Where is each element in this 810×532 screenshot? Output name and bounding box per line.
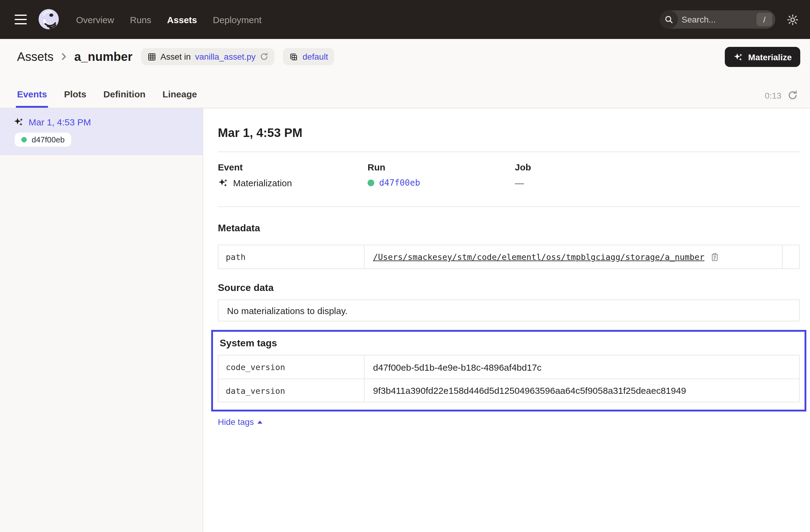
group-badge: default [283, 48, 334, 65]
refresh-icon[interactable] [788, 90, 798, 100]
dagster-logo[interactable] [37, 8, 60, 31]
nav-item-runs[interactable]: Runs [130, 14, 151, 25]
table-row: path /Users/smackesey/stm/code/elementl/… [218, 245, 799, 269]
tab-plots[interactable]: Plots [64, 89, 86, 108]
run-id-text: d47f00eb [32, 135, 65, 144]
tab-definition[interactable]: Definition [103, 89, 145, 108]
system-tags-section: System tags code_version d47f00eb-5d1b-4… [211, 330, 806, 412]
reload-location-icon[interactable] [260, 52, 269, 61]
nav-item-assets[interactable]: Assets [167, 14, 197, 25]
breadcrumb-assets-link[interactable]: Assets [17, 50, 53, 64]
event-timestamp: Mar 1, 4:53 PM [29, 117, 91, 127]
search-icon [660, 10, 678, 29]
metadata-path-link[interactable]: /Users/smackesey/stm/code/elementl/oss/t… [373, 252, 704, 262]
metadata-heading: Metadata [218, 223, 800, 234]
system-tags-heading: System tags [220, 338, 800, 349]
asset-location-prefix: Asset in [160, 52, 191, 62]
tag-value: d47f00eb-5d1b-4e9e-b18c-4896af4bd17c [364, 355, 799, 378]
tab-events[interactable]: Events [17, 89, 47, 108]
sparkle-icon [734, 52, 743, 62]
top-navbar: Overview Runs Assets Deployment / [0, 0, 810, 39]
caret-up-icon [257, 420, 262, 423]
source-data-heading: Source data [218, 283, 800, 293]
job-column-label: Job [515, 162, 800, 172]
search-shortcut-key: / [757, 13, 772, 26]
dagster-asset-page: Overview Runs Assets Deployment / Ass [0, 0, 810, 532]
tab-lineage[interactable]: Lineage [162, 89, 197, 108]
event-list-sidebar: Mar 1, 4:53 PM d47f00eb [0, 108, 203, 532]
event-summary-row: Event Materialization Run [218, 162, 800, 188]
materialization-sparkle-icon [13, 117, 24, 127]
materialize-button[interactable]: Materialize [725, 47, 800, 67]
event-column-label: Event [218, 162, 368, 172]
chevron-right-icon [59, 51, 69, 62]
page-header: Assets a_number Asset in vanilla_asset.p… [0, 39, 810, 108]
event-type-value: Materialization [233, 178, 292, 188]
group-default-link[interactable]: default [303, 52, 328, 62]
metadata-key: path [218, 245, 364, 269]
run-status-dot [368, 179, 374, 186]
breadcrumb: Assets a_number Asset in vanilla_asset.p… [0, 39, 810, 74]
tag-key: data_version [218, 379, 364, 402]
refresh-countdown: 0:13 [765, 91, 782, 100]
search-box[interactable]: / [660, 10, 775, 29]
page-title: a_number [74, 50, 132, 64]
copy-clipboard-icon[interactable] [710, 252, 719, 261]
asset-file-link[interactable]: vanilla_asset.py [195, 52, 256, 62]
system-tags-table: code_version d47f00eb-5d1b-4e9e-b18c-489… [218, 355, 800, 402]
event-detail-pane: Mar 1, 4:53 PM Event Materialization [203, 108, 810, 532]
event-list-item-selected[interactable]: Mar 1, 4:53 PM d47f00eb [0, 108, 202, 155]
tag-key: code_version [218, 355, 364, 378]
table-row: data_version 9f3b411a390fd22e158d446d5d1… [218, 378, 799, 402]
hide-tags-link[interactable]: Hide tags [218, 417, 262, 427]
asset-location-badge: Asset in vanilla_asset.py [141, 48, 274, 65]
metadata-table: path /Users/smackesey/stm/code/elementl/… [218, 245, 800, 269]
grid-table-icon [147, 52, 156, 61]
materialize-button-label: Materialize [748, 52, 792, 62]
run-column-label: Run [368, 162, 515, 172]
tag-value: 9f3b411a390fd22e158d446d5d12504963596aa6… [364, 379, 799, 402]
run-id-link[interactable]: d47f00eb [379, 178, 420, 188]
materialization-sparkle-icon [218, 178, 228, 188]
run-status-dot [21, 137, 27, 142]
menu-icon[interactable] [15, 15, 27, 25]
table-row: code_version d47f00eb-5d1b-4e9e-b18c-489… [218, 355, 799, 378]
metadata-row-spacer [782, 245, 799, 269]
settings-gear-icon[interactable] [786, 13, 799, 26]
event-detail-title: Mar 1, 4:53 PM [218, 124, 800, 141]
primary-nav: Overview Runs Assets Deployment [76, 14, 262, 25]
nav-item-deployment[interactable]: Deployment [213, 14, 262, 25]
search-input[interactable] [678, 15, 757, 25]
asset-group-icon [289, 52, 298, 61]
job-value: — [515, 178, 800, 188]
nav-item-overview[interactable]: Overview [76, 14, 114, 25]
tab-bar: Events Plots Definition Lineage 0:13 [0, 74, 810, 108]
source-data-empty-message: No materializations to display. [218, 300, 800, 321]
run-id-badge[interactable]: d47f00eb [15, 133, 71, 147]
hide-tags-label: Hide tags [218, 417, 254, 427]
content-area: Mar 1, 4:53 PM d47f00eb Mar 1, 4:53 PM E… [0, 108, 810, 532]
